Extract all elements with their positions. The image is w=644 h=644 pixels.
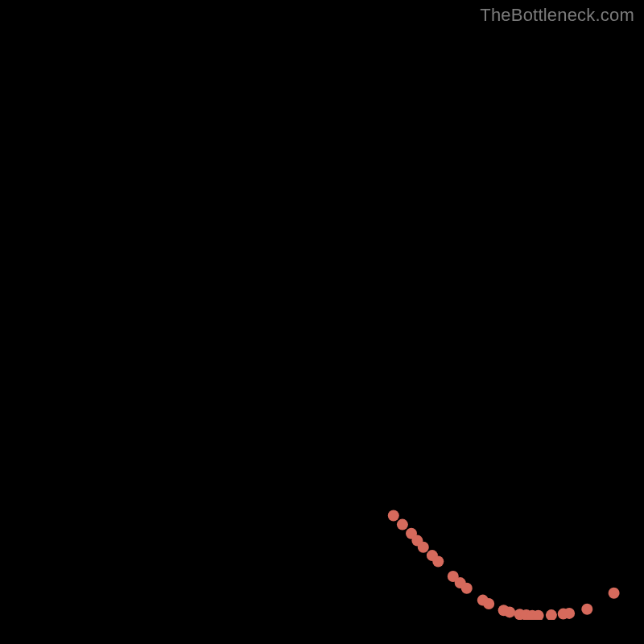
marker-dot [461,583,473,594]
marker-dot [397,519,408,530]
chart-frame: TheBottleneck.com [0,0,644,644]
marker-dot [432,556,444,568]
marker-dot [609,588,620,599]
marker-dot [546,609,557,620]
chart-overlay [24,24,620,620]
marker-dot [418,542,429,553]
curve-line [24,24,614,616]
marker-dot [483,598,494,609]
marker-group [388,510,620,621]
plot-area [24,24,620,620]
marker-dot [581,604,592,615]
marker-dot [564,608,575,619]
marker-dot [388,510,399,522]
watermark-text: TheBottleneck.com [480,5,634,26]
marker-dot [504,606,515,617]
